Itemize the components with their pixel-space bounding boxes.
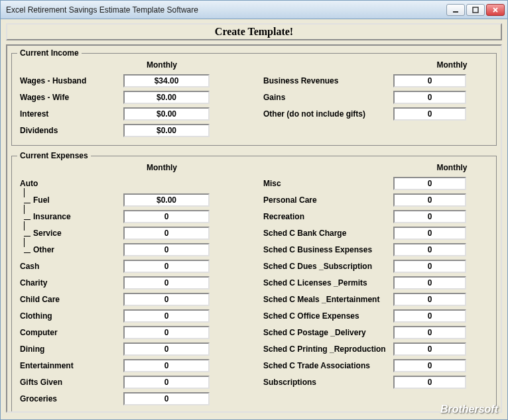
- current-expenses-group: Current Expenses Monthly AutoFuelInsuran…: [11, 151, 497, 413]
- income-label: Business Revenues: [261, 76, 393, 85]
- expenses-label: Sched C Postage _Delivery: [261, 328, 393, 337]
- expenses-input[interactable]: [393, 376, 466, 389]
- expenses-label: Subscriptions: [261, 378, 393, 387]
- expenses-label: Insurance: [17, 212, 123, 221]
- expenses-input[interactable]: [393, 359, 466, 372]
- expenses-input[interactable]: [393, 342, 466, 356]
- expenses-sublabel-text: Fuel: [33, 195, 50, 205]
- expenses-label: Sched C Business Expenses: [261, 245, 393, 254]
- expenses-row: Service: [17, 226, 247, 240]
- expenses-row: Sched C Licenses _Permits: [261, 276, 491, 290]
- income-legend: Current Income: [17, 48, 82, 58]
- expenses-label: Groceries: [17, 394, 123, 403]
- income-input[interactable]: [123, 91, 210, 104]
- expenses-label: Dining: [17, 344, 123, 354]
- income-monthly-header-left: Monthly: [17, 60, 247, 70]
- svg-rect-0: [453, 11, 458, 13]
- expenses-row: Groceries: [17, 392, 247, 406]
- income-label: Wages - Wife: [17, 93, 123, 102]
- expenses-input[interactable]: [393, 309, 466, 323]
- expenses-row: Entertainment: [17, 358, 247, 373]
- expenses-label: Charity: [17, 278, 123, 288]
- expenses-input[interactable]: [123, 293, 210, 306]
- expenses-input[interactable]: [123, 276, 210, 289]
- minimize-icon: [452, 7, 459, 13]
- expenses-input[interactable]: [123, 392, 210, 405]
- expenses-input[interactable]: [393, 260, 466, 273]
- expenses-label: Sched C Meals _Entertainment: [261, 295, 393, 304]
- expenses-monthly-header-left: Monthly: [17, 163, 247, 172]
- income-row: Business Revenues: [261, 74, 491, 88]
- income-input[interactable]: [123, 107, 210, 121]
- expenses-input[interactable]: [123, 227, 210, 240]
- income-input[interactable]: [393, 91, 466, 104]
- expenses-input[interactable]: [393, 177, 466, 190]
- expenses-row: Sched C Meals _Entertainment: [261, 292, 491, 307]
- maximize-button[interactable]: [466, 4, 485, 16]
- expenses-label: Computer: [17, 328, 123, 337]
- expenses-row: Sched C Office Expenses: [261, 309, 491, 323]
- expenses-input[interactable]: [393, 227, 466, 240]
- expenses-input[interactable]: [393, 210, 466, 223]
- expenses-row: Clothing: [17, 309, 247, 323]
- income-label: Wages - Husband: [17, 76, 123, 85]
- expenses-input[interactable]: [123, 376, 210, 389]
- expenses-input[interactable]: [123, 326, 210, 339]
- expenses-input[interactable]: [393, 276, 466, 289]
- income-monthly-header-right: Monthly: [261, 60, 491, 70]
- income-right-col: Monthly Business RevenuesGainsOther (do …: [261, 60, 491, 140]
- current-income-group: Current Income Monthly Wages - HusbandWa…: [11, 48, 497, 146]
- expenses-input[interactable]: [393, 326, 466, 339]
- expenses-label: Sched C Office Expenses: [261, 311, 393, 321]
- expenses-input[interactable]: [393, 293, 466, 306]
- expenses-sublabel-text: Insurance: [33, 212, 71, 221]
- expenses-input[interactable]: [123, 243, 210, 256]
- expenses-sublabel-text: Service: [33, 229, 62, 238]
- income-label: Dividends: [17, 126, 123, 135]
- expenses-row: Child Care: [17, 292, 247, 307]
- expenses-label: Cash: [17, 262, 123, 271]
- expenses-label: Auto: [17, 179, 123, 188]
- income-input[interactable]: [123, 74, 210, 87]
- expenses-input[interactable]: [123, 359, 210, 372]
- expenses-label: Sched C Printing _Reproduction: [261, 344, 393, 354]
- expenses-input[interactable]: [123, 210, 210, 223]
- expenses-monthly-header-right: Monthly: [261, 163, 491, 172]
- form-scroll-area[interactable]: Current Income Monthly Wages - HusbandWa…: [6, 44, 502, 413]
- expenses-left-col: Monthly AutoFuelInsuranceServiceOtherCas…: [17, 163, 247, 408]
- expenses-input[interactable]: [393, 193, 466, 207]
- income-input[interactable]: [393, 107, 466, 121]
- income-left-col: Monthly Wages - HusbandWages - WifeInter…: [17, 60, 247, 140]
- income-row: Dividends: [17, 123, 247, 138]
- expenses-row: Other: [17, 242, 247, 257]
- window-controls: [446, 4, 505, 16]
- expenses-input[interactable]: [123, 309, 210, 323]
- expenses-row: Sched C Business Expenses: [261, 242, 491, 257]
- titlebar: Excel Retirement Savings Estimate Templa…: [1, 1, 507, 19]
- expenses-input[interactable]: [123, 260, 210, 273]
- expenses-row: Personal Care: [261, 193, 491, 207]
- income-row: Wages - Wife: [17, 90, 247, 105]
- create-template-button[interactable]: Create Template!: [6, 23, 502, 40]
- expenses-input[interactable]: [123, 342, 210, 356]
- expenses-label: Other: [17, 245, 123, 254]
- expenses-label: Recreation: [261, 212, 393, 221]
- expenses-row: Misc: [261, 176, 491, 191]
- close-button[interactable]: [486, 4, 505, 16]
- expenses-label: Clothing: [17, 311, 123, 321]
- income-row: Wages - Husband: [17, 74, 247, 88]
- expenses-label: Misc: [261, 179, 393, 188]
- income-input[interactable]: [393, 74, 466, 87]
- expenses-row: Subscriptions: [261, 375, 491, 390]
- expenses-label: Gifts Given: [17, 378, 123, 387]
- minimize-button[interactable]: [446, 4, 465, 16]
- expenses-input[interactable]: [393, 243, 466, 256]
- expenses-label: Personal Care: [261, 195, 393, 205]
- income-label: Interest: [17, 109, 123, 119]
- expenses-row: Auto: [17, 176, 247, 191]
- expenses-row: Sched C Trade Associations: [261, 358, 491, 373]
- expenses-label: Sched C Dues _Subscription: [261, 262, 393, 271]
- income-input[interactable]: [123, 124, 210, 137]
- expenses-input[interactable]: [123, 193, 210, 207]
- income-label: Gains: [261, 93, 393, 102]
